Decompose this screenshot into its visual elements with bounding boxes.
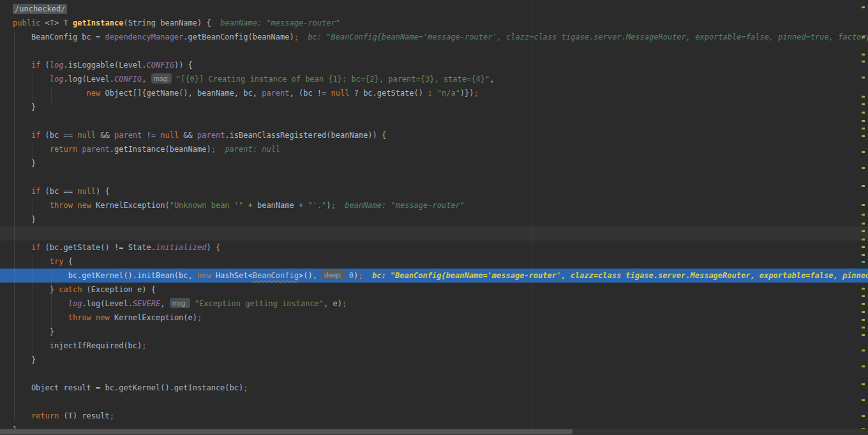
code-line[interactable]: return (T) result; xyxy=(0,409,868,423)
stripe-mark-warning[interactable] xyxy=(862,230,865,232)
parameter-name-hint-chip[interactable]: msg: xyxy=(151,73,172,84)
code-line[interactable]: throw new KernelException("Unknown bean … xyxy=(0,198,868,212)
code-line[interactable]: BeanConfig bc = dependencyManager.getBea… xyxy=(0,30,868,44)
horizontal-scrollbar-thumb[interactable] xyxy=(0,429,572,434)
code-token: parent xyxy=(82,145,109,154)
code-line[interactable]: public <T> T getInstance(String beanName… xyxy=(0,16,868,30)
stripe-mark-warning[interactable] xyxy=(862,383,865,385)
code-token: ? bc.getState() : xyxy=(349,89,437,98)
stripe-mark-warning[interactable] xyxy=(862,415,865,417)
stripe-mark-warning[interactable] xyxy=(862,350,865,351)
code-token: )}) xyxy=(460,89,474,98)
stripe-mark-warning[interactable] xyxy=(862,239,865,240)
stripe-mark-warning[interactable] xyxy=(862,54,865,55)
stripe-mark-warning[interactable] xyxy=(862,61,865,63)
code-token: ) xyxy=(326,201,331,210)
code-line[interactable]: } xyxy=(0,212,868,226)
code-line[interactable]: new Object[]{getName(), beanName, bc, pa… xyxy=(0,86,868,100)
code-token: ; xyxy=(211,145,216,154)
code-line[interactable]: } xyxy=(0,325,868,339)
code-line[interactable]: if (bc == null) { xyxy=(0,184,868,198)
folded-annotation-label[interactable]: /unchecked/ xyxy=(13,4,67,14)
code-editor-viewport[interactable]: /unchecked/public <T> T getInstance(Stri… xyxy=(0,0,868,435)
stripe-mark-warning[interactable] xyxy=(862,36,865,38)
stripe-mark-warning[interactable] xyxy=(862,204,865,206)
stripe-mark-warning[interactable] xyxy=(862,303,865,305)
code-token: ) { xyxy=(96,187,110,196)
code-token: "Exception getting instance" xyxy=(195,299,324,308)
stripe-mark-info[interactable] xyxy=(862,261,865,263)
code-line[interactable] xyxy=(0,44,868,58)
stripe-mark-warning[interactable] xyxy=(862,128,865,129)
code-token: , xyxy=(160,299,169,308)
code-token: null xyxy=(77,187,96,196)
stripe-mark-warning[interactable] xyxy=(862,319,865,321)
code-line[interactable]: throw new KernelException(e); xyxy=(0,311,868,325)
code-line[interactable] xyxy=(0,170,868,184)
stripe-mark-warning[interactable] xyxy=(862,365,865,367)
code-token: != xyxy=(142,131,160,140)
parameter-name-hint-chip[interactable]: deep: xyxy=(322,270,345,280)
parameter-name-hint-chip[interactable]: msg: xyxy=(170,298,190,308)
stripe-mark-warning[interactable] xyxy=(862,77,865,78)
code-token xyxy=(91,313,96,322)
code-token: .getBeanConfig(beanName) xyxy=(183,33,294,41)
code-token: BeanConfig bc = xyxy=(13,33,105,41)
stripe-mark-warning[interactable] xyxy=(862,135,865,137)
stripe-mark-warning[interactable] xyxy=(862,96,865,98)
code-line[interactable]: try { xyxy=(0,254,868,269)
stripe-mark-warning[interactable] xyxy=(862,295,865,297)
stripe-mark-warning[interactable] xyxy=(862,311,865,313)
code-line[interactable] xyxy=(0,367,868,381)
stripe-mark-warning[interactable] xyxy=(862,254,865,256)
code-token: >(), xyxy=(299,271,322,280)
code-token: SEVERE xyxy=(133,299,160,308)
code-line[interactable]: } xyxy=(0,100,868,114)
stripe-mark-warning[interactable] xyxy=(862,223,865,225)
stripe-mark-warning[interactable] xyxy=(862,151,865,153)
stripe-mark-warning[interactable] xyxy=(862,288,865,290)
stripe-mark-warning[interactable] xyxy=(862,246,865,248)
code-line[interactable] xyxy=(0,226,868,240)
code-token: ( xyxy=(40,61,49,70)
code-token: KernelException(e) xyxy=(110,313,197,322)
code-token: if xyxy=(31,131,40,140)
code-token xyxy=(13,75,50,84)
code-line[interactable]: if (log.isLoggable(Level.CONFIG)) { xyxy=(0,58,868,72)
code-line[interactable]: log.log(Level.SEVERE, msg: "Exception ge… xyxy=(0,297,868,311)
stripe-mark-warning[interactable] xyxy=(862,103,865,105)
code-token xyxy=(13,187,31,196)
code-line[interactable] xyxy=(0,114,868,128)
stripe-mark-warning[interactable] xyxy=(862,399,865,401)
code-line[interactable]: } xyxy=(0,353,868,367)
code-line[interactable]: if (bc.getState() != State.initialized) … xyxy=(0,240,868,254)
code-token: if xyxy=(31,243,40,252)
code-line[interactable] xyxy=(0,395,868,409)
code-token: return xyxy=(31,411,59,420)
code-line[interactable]: return parent.getInstance(beanName); par… xyxy=(0,142,868,156)
code-line[interactable]: Object result = bc.getKernel().getInstan… xyxy=(0,381,868,395)
code-token xyxy=(13,89,87,98)
stripe-mark-warning[interactable] xyxy=(862,334,865,336)
code-line[interactable]: } catch (Exception e) { xyxy=(0,283,868,297)
stripe-mark-warning[interactable] xyxy=(862,6,865,8)
inline-debugger-value: beanName: "message-router" xyxy=(336,201,465,210)
code-token: "n/a" xyxy=(437,89,460,98)
code-line[interactable]: /unchecked/ xyxy=(0,2,868,16)
stripe-mark-warning[interactable] xyxy=(862,120,865,122)
stripe-mark-warning[interactable] xyxy=(862,167,865,169)
code-line[interactable]: log.log(Level.CONFIG, msg: "[{0}] Creati… xyxy=(0,72,868,86)
code-line[interactable]: } xyxy=(0,156,868,170)
code-token: if xyxy=(31,61,40,70)
code-token: throw xyxy=(68,313,91,322)
horizontal-scrollbar-track[interactable] xyxy=(0,429,868,435)
code-line[interactable]: bc.getKernel().initBean(bc, new HashSet<… xyxy=(0,269,868,283)
code-token xyxy=(13,61,31,70)
stripe-mark-warning[interactable] xyxy=(862,327,865,328)
inline-debugger-value: bc: "BeanConfig{beanName='message-router… xyxy=(299,33,868,41)
code-line[interactable]: if (bc == null && parent != null && pare… xyxy=(0,128,868,142)
stripe-mark-warning[interactable] xyxy=(862,112,865,114)
code-line[interactable]: injectIfRequired(bc); xyxy=(0,339,868,353)
stripe-mark-warning[interactable] xyxy=(862,185,865,187)
stripe-mark-warning[interactable] xyxy=(862,214,865,216)
